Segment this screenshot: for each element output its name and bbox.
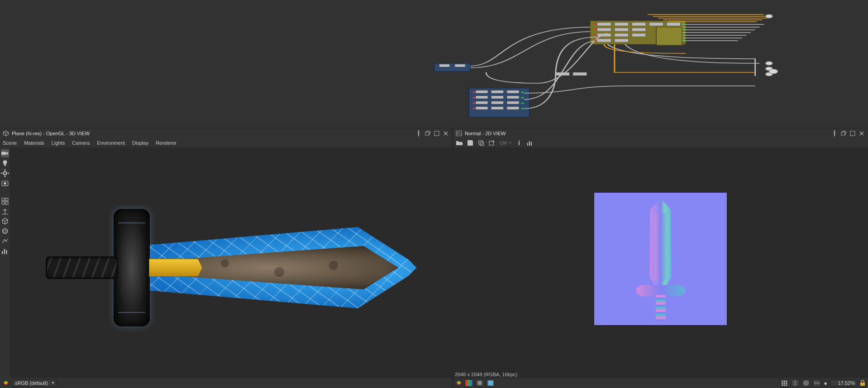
svg-rect-4	[439, 64, 450, 67]
svg-rect-88	[531, 142, 532, 146]
svg-rect-55	[434, 131, 439, 136]
sword-preview	[46, 209, 417, 326]
svg-rect-56	[1, 152, 6, 155]
3d-viewport[interactable]	[10, 147, 452, 388]
svg-rect-24	[667, 23, 681, 26]
pin-icon[interactable]	[831, 130, 838, 137]
colorspace-select[interactable]: sRGB (default)	[12, 379, 57, 387]
histogram-icon[interactable]	[1, 247, 9, 255]
uv-dropdown[interactable]: UV	[500, 140, 512, 146]
axis-icon[interactable]	[1, 207, 9, 215]
2d-toolbar: UV	[453, 138, 868, 147]
node-graph-svg[interactable]	[0, 0, 868, 128]
channels-alpha-button[interactable]	[486, 379, 495, 387]
svg-rect-73	[4, 249, 5, 254]
svg-point-35	[594, 34, 597, 35]
svg-rect-8	[507, 90, 519, 93]
svg-rect-22	[632, 23, 646, 26]
histogram-icon[interactable]	[526, 139, 534, 147]
menu-display[interactable]: Display	[132, 140, 148, 146]
open-icon[interactable]	[456, 139, 463, 147]
menu-scene[interactable]: Scene	[3, 140, 17, 146]
svg-rect-16	[491, 107, 504, 109]
svg-point-78	[457, 132, 458, 133]
svg-point-36	[594, 39, 597, 41]
close-icon[interactable]	[442, 130, 449, 137]
channels-rgb-button[interactable]	[465, 379, 473, 387]
tile-grid-icon[interactable]	[780, 379, 788, 387]
svg-rect-93	[786, 381, 787, 382]
bullet-icon: ●	[824, 380, 827, 386]
svg-point-45	[521, 91, 524, 93]
menu-materials[interactable]: Materials	[24, 140, 44, 146]
svg-point-65	[4, 182, 6, 185]
svg-rect-80	[850, 131, 855, 136]
grid-icon[interactable]	[1, 197, 9, 205]
2d-viewport[interactable]	[453, 147, 868, 370]
svg-rect-21	[615, 23, 629, 26]
lightbulb-icon[interactable]	[1, 159, 9, 167]
export-icon[interactable]	[488, 139, 496, 147]
save-icon[interactable]	[467, 139, 474, 147]
node-graph-panel[interactable]	[0, 0, 868, 128]
svg-point-34	[594, 28, 597, 30]
svg-rect-58	[4, 164, 6, 166]
3d-bottom-bar: sRGB (default)	[0, 378, 452, 388]
sphere-icon[interactable]	[1, 227, 9, 235]
svg-rect-26	[615, 28, 629, 31]
svg-rect-100	[860, 383, 865, 386]
3d-side-toolbar	[0, 147, 10, 388]
maximize-icon[interactable]	[849, 130, 856, 137]
normals-icon[interactable]	[1, 237, 9, 245]
menu-environment[interactable]: Environment	[97, 140, 125, 146]
svg-point-50	[766, 62, 773, 65]
svg-rect-92	[784, 381, 785, 382]
restore-icon[interactable]	[840, 130, 847, 137]
svg-rect-20	[597, 23, 611, 26]
svg-rect-31	[597, 39, 611, 42]
svg-point-70	[2, 228, 7, 233]
close-icon[interactable]	[858, 130, 865, 137]
svg-rect-66	[2, 198, 5, 201]
svg-rect-82	[480, 142, 484, 146]
capture-icon[interactable]	[1, 179, 9, 187]
gear-icon[interactable]	[1, 169, 9, 177]
colorspace-value: sRGB (default)	[15, 380, 48, 386]
svg-rect-27	[632, 28, 646, 31]
svg-rect-89	[478, 381, 482, 385]
svg-rect-99	[786, 385, 787, 386]
maximize-icon[interactable]	[433, 130, 440, 137]
lock-icon[interactable]	[860, 380, 865, 386]
2d-bottom-bar: ● 17.52%	[453, 378, 868, 388]
zoom-value[interactable]: 17.52%	[830, 379, 857, 387]
svg-point-48	[521, 108, 524, 109]
info-icon[interactable]	[515, 139, 523, 147]
svg-rect-69	[5, 202, 8, 204]
pin-icon[interactable]	[415, 130, 422, 137]
svg-point-71	[2, 230, 7, 232]
svg-rect-17	[507, 107, 519, 109]
svg-rect-96	[786, 383, 787, 384]
svg-rect-72	[2, 251, 3, 254]
camera-icon[interactable]	[1, 149, 9, 157]
svg-rect-3	[656, 27, 682, 45]
cube-icon	[3, 130, 9, 137]
svg-rect-91	[782, 381, 783, 382]
menu-lights[interactable]: Lights	[52, 140, 65, 146]
menu-renderer[interactable]: Renderer	[156, 140, 176, 146]
wireframe-cube-icon[interactable]	[1, 217, 9, 225]
svg-rect-7	[491, 90, 504, 93]
svg-rect-25	[597, 28, 611, 31]
image-info-text: 2048 x 2048 (RGBA, 16bpc)	[455, 372, 517, 377]
svg-rect-86	[527, 143, 528, 146]
svg-rect-5	[455, 64, 465, 67]
svg-rect-54	[425, 132, 429, 135]
fit-horizontal-icon[interactable]	[813, 379, 821, 387]
copy-icon[interactable]	[477, 139, 485, 147]
fit-vertical-icon[interactable]	[791, 379, 799, 387]
fit-view-icon[interactable]	[802, 379, 810, 387]
svg-rect-85	[519, 142, 520, 145]
restore-icon[interactable]	[424, 130, 431, 137]
channels-gray-button[interactable]	[476, 379, 484, 387]
menu-camera[interactable]: Camera	[72, 140, 90, 146]
